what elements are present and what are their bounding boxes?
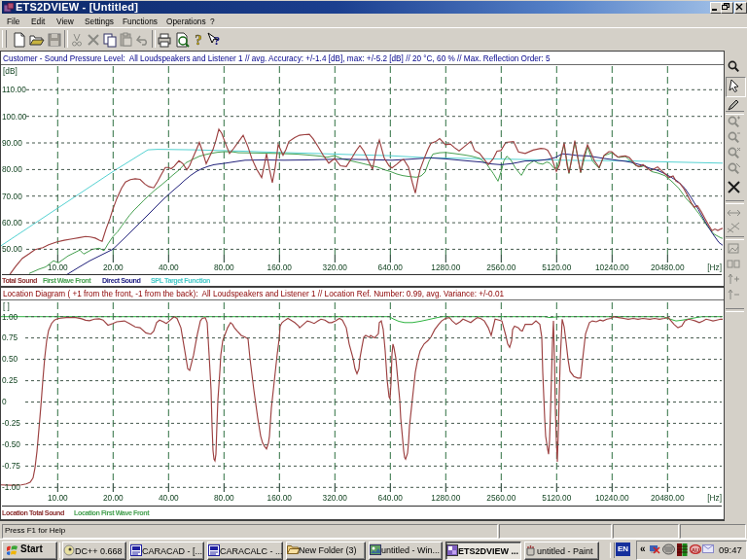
svg-text:20.00: 20.00 (103, 493, 124, 503)
svg-text:Total Sound: Total Sound (2, 276, 37, 285)
svg-text:10.00: 10.00 (48, 262, 68, 272)
svg-text:80.00: 80.00 (2, 164, 22, 174)
svg-text:1.00: 1.00 (2, 312, 18, 322)
svg-text:640.00: 640.00 (378, 493, 404, 503)
svg-text:80.00: 80.00 (214, 262, 234, 272)
svg-text:1280.00: 1280.00 (431, 493, 460, 503)
svg-text:2560.00: 2560.00 (486, 262, 516, 272)
svg-text:90.00: 90.00 (2, 138, 22, 148)
svg-text:1280.00: 1280.00 (431, 262, 460, 272)
svg-text:Location Diagram ( +1 from the: Location Diagram ( +1 from the front, -1… (3, 290, 504, 298)
svg-text:[dB]: [dB] (3, 66, 18, 76)
svg-text:20480.00: 20480.00 (651, 262, 685, 272)
svg-text:Direct Sound: Direct Sound (102, 276, 140, 285)
svg-text:0.75: 0.75 (2, 332, 18, 342)
svg-text:20.00: 20.00 (103, 262, 124, 272)
svg-text:First Wave Front: First Wave Front (43, 276, 91, 285)
svg-text:0.50: 0.50 (2, 354, 18, 364)
svg-text:5120.00: 5120.00 (542, 493, 571, 503)
svg-text:50.00: 50.00 (2, 244, 22, 254)
svg-text:70.00: 70.00 (2, 192, 22, 201)
svg-text:SPL Target Function: SPL Target Function (151, 276, 210, 285)
svg-text:110.00: 110.00 (2, 85, 26, 94)
svg-text:320.00: 320.00 (323, 262, 348, 272)
svg-text:-0.75: -0.75 (2, 461, 20, 471)
svg-text:5120.00: 5120.00 (542, 262, 571, 272)
svg-text:[Hz]: [Hz] (707, 262, 722, 272)
svg-text:?: ? (214, 33, 221, 48)
svg-text:640.00: 640.00 (378, 262, 404, 272)
svg-text:80.00: 80.00 (214, 493, 234, 503)
svg-text:160.00: 160.00 (267, 493, 293, 503)
svg-text:2560.00: 2560.00 (486, 493, 516, 503)
svg-text:-0.25: -0.25 (2, 418, 20, 428)
svg-text:-1.00: -1.00 (2, 482, 20, 492)
svg-text:AU: AU (692, 547, 700, 553)
svg-text:[ ]: [ ] (3, 301, 10, 311)
svg-text:Location Total Sound: Location Total Sound (2, 508, 64, 517)
svg-text:[Hz]: [Hz] (707, 493, 722, 503)
svg-text:Location First Wave Front: Location First Wave Front (74, 508, 150, 517)
svg-text:10240.00: 10240.00 (595, 262, 629, 272)
svg-text:40.00: 40.00 (159, 262, 179, 272)
svg-text:160.00: 160.00 (267, 262, 293, 272)
svg-text:Customer - Sound Pressure Leve: Customer - Sound Pressure Level: All Lou… (3, 54, 551, 63)
svg-text:100.00: 100.00 (2, 112, 27, 122)
svg-text:0.25: 0.25 (2, 375, 18, 385)
svg-text:10.00: 10.00 (48, 493, 68, 503)
svg-text:40.00: 40.00 (159, 493, 179, 503)
svg-text:0: 0 (2, 397, 7, 406)
svg-text:20480.00: 20480.00 (651, 493, 685, 503)
svg-text:10240.00: 10240.00 (595, 493, 629, 503)
svg-text:320.00: 320.00 (323, 493, 348, 503)
svg-text:-0.50: -0.50 (2, 439, 20, 449)
svg-text:?: ? (195, 32, 202, 48)
svg-text:60.00: 60.00 (2, 218, 22, 228)
